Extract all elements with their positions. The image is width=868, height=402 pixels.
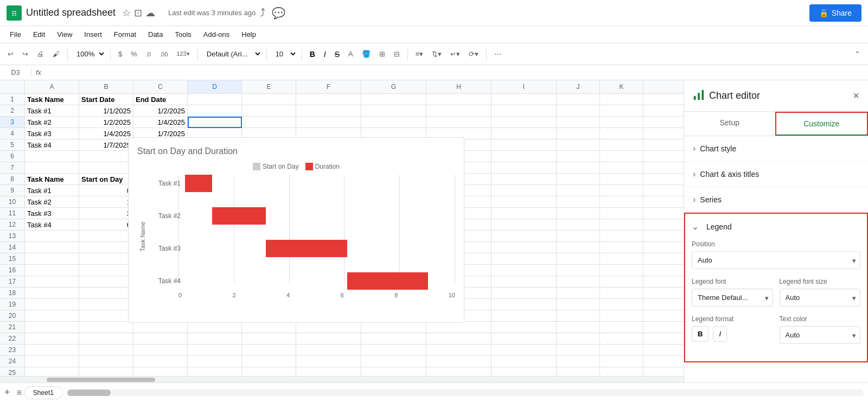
- cell-F2[interactable]: [296, 105, 361, 117]
- row-header-20[interactable]: 20: [0, 310, 25, 322]
- collapse-toolbar-button[interactable]: ⌃: [851, 48, 864, 60]
- row-header-21[interactable]: 21: [0, 322, 25, 333]
- font-size-select[interactable]: 10: [271, 48, 297, 60]
- cell-D2[interactable]: [188, 105, 242, 117]
- row-header-6[interactable]: 6: [0, 151, 25, 162]
- col-header-F[interactable]: F: [296, 80, 361, 93]
- percent-button[interactable]: %: [127, 48, 141, 60]
- cell-I11[interactable]: [492, 208, 557, 219]
- merge-button[interactable]: ⊟: [391, 48, 403, 60]
- cell-K7[interactable]: [600, 162, 643, 174]
- paint-format-button[interactable]: 🖌: [49, 48, 63, 60]
- row-header-5[interactable]: 5: [0, 139, 25, 151]
- menu-addons[interactable]: Add-ons: [198, 28, 235, 41]
- bold-format-button[interactable]: B: [692, 326, 709, 342]
- cell-B1[interactable]: Start Date: [79, 94, 133, 105]
- format-more-button[interactable]: 123▾: [173, 48, 193, 60]
- horizontal-scrollbar[interactable]: [0, 376, 684, 382]
- cell-B8[interactable]: Start on Day: [79, 174, 133, 185]
- cell-B3[interactable]: 1/2/2025: [79, 117, 133, 128]
- cell-J9[interactable]: [557, 185, 600, 196]
- cell-B11[interactable]: 3: [79, 208, 133, 219]
- cell-G1[interactable]: [361, 94, 426, 105]
- add-sheet-button[interactable]: +: [0, 387, 15, 398]
- row-header-23[interactable]: 23: [0, 344, 25, 356]
- cell-E1[interactable]: [242, 94, 296, 105]
- row-header-11[interactable]: 11: [0, 208, 25, 219]
- cell-B4[interactable]: 1/4/2025: [79, 128, 133, 139]
- cell-C2[interactable]: 1/2/2025: [133, 105, 188, 117]
- cell-J1[interactable]: [557, 94, 600, 105]
- cell-H3[interactable]: [426, 117, 492, 128]
- cell-ref[interactable]: D3: [4, 68, 31, 76]
- cell-J10[interactable]: [557, 196, 600, 208]
- cell-J12[interactable]: [557, 219, 600, 231]
- redo-button[interactable]: ↪: [19, 48, 31, 60]
- row-header-14[interactable]: 14: [0, 242, 25, 253]
- cell-B7[interactable]: [79, 162, 133, 174]
- menu-insert[interactable]: Insert: [79, 28, 107, 41]
- cell-K5[interactable]: [600, 139, 643, 151]
- star-icon[interactable]: ☆: [122, 7, 131, 19]
- cell-I3[interactable]: [492, 117, 557, 128]
- currency-button[interactable]: $: [115, 48, 125, 60]
- text-color-select[interactable]: Auto: [780, 326, 861, 344]
- cell-G2[interactable]: [361, 105, 426, 117]
- fill-color-button[interactable]: 🪣: [359, 48, 374, 60]
- row-header-3[interactable]: 3: [0, 117, 25, 128]
- cell-K10[interactable]: [600, 196, 643, 208]
- cell-A7[interactable]: [25, 162, 79, 174]
- menu-format[interactable]: Format: [108, 28, 142, 41]
- valign-button[interactable]: ⇅▾: [429, 48, 445, 60]
- cell-A1[interactable]: Task Name: [25, 94, 79, 105]
- col-header-C[interactable]: C: [133, 80, 188, 93]
- cell-K1[interactable]: [600, 94, 643, 105]
- position-select[interactable]: Auto Top Bottom Left Right None: [692, 251, 860, 269]
- cell-A2[interactable]: Task #1: [25, 105, 79, 117]
- undo-button[interactable]: ↩: [4, 48, 17, 60]
- wrap-button[interactable]: ↵▾: [447, 48, 463, 60]
- col-header-H[interactable]: H: [426, 80, 492, 93]
- cell-I10[interactable]: [492, 196, 557, 208]
- cell-J11[interactable]: [557, 208, 600, 219]
- section-series[interactable]: › Series: [684, 187, 868, 213]
- cell-B5[interactable]: 1/7/2025: [79, 139, 133, 151]
- halign-button[interactable]: ≡▾: [412, 48, 427, 60]
- cell-J2[interactable]: [557, 105, 600, 117]
- text-color-button[interactable]: A: [345, 48, 356, 60]
- cell-I12[interactable]: [492, 219, 557, 231]
- row-header-18[interactable]: 18: [0, 288, 25, 299]
- tab-setup[interactable]: Setup: [684, 112, 775, 136]
- cell-J7[interactable]: [557, 162, 600, 174]
- col-header-D[interactable]: D: [188, 80, 242, 93]
- col-header-E[interactable]: E: [242, 80, 296, 93]
- cell-J3[interactable]: [557, 117, 600, 128]
- row-header-10[interactable]: 10: [0, 196, 25, 208]
- sheet-menu-button[interactable]: ≡: [15, 388, 24, 398]
- cell-H1[interactable]: [426, 94, 492, 105]
- row-header-8[interactable]: 8: [0, 174, 25, 185]
- row-header-9[interactable]: 9: [0, 185, 25, 196]
- cell-A9[interactable]: Task #1: [25, 185, 79, 196]
- strikethrough-button[interactable]: S: [331, 49, 343, 60]
- cell-A8[interactable]: Task Name: [25, 174, 79, 185]
- cell-E2[interactable]: [242, 105, 296, 117]
- rotate-button[interactable]: ⟳▾: [465, 48, 482, 60]
- cell-K2[interactable]: [600, 105, 643, 117]
- cell-G3[interactable]: [361, 117, 426, 128]
- cell-K8[interactable]: [600, 174, 643, 185]
- borders-button[interactable]: ⊞: [376, 48, 388, 60]
- legend-font-size-select[interactable]: Auto 89101112: [780, 289, 861, 307]
- cell-J8[interactable]: [557, 174, 600, 185]
- row-header-17[interactable]: 17: [0, 276, 25, 288]
- col-header-G[interactable]: G: [361, 80, 426, 93]
- row-header-24[interactable]: 24: [0, 356, 25, 367]
- row-header-16[interactable]: 16: [0, 265, 25, 276]
- cell-I9[interactable]: [492, 185, 557, 196]
- legend-font-select[interactable]: Theme Defaul...: [692, 289, 773, 307]
- cell-B9[interactable]: 0: [79, 185, 133, 196]
- print-button[interactable]: 🖨: [34, 48, 47, 60]
- cell-J6[interactable]: [557, 151, 600, 162]
- chart-container[interactable]: Start on Day and Duration Start on Day D…: [128, 137, 464, 323]
- dec1-button[interactable]: .0: [143, 49, 154, 60]
